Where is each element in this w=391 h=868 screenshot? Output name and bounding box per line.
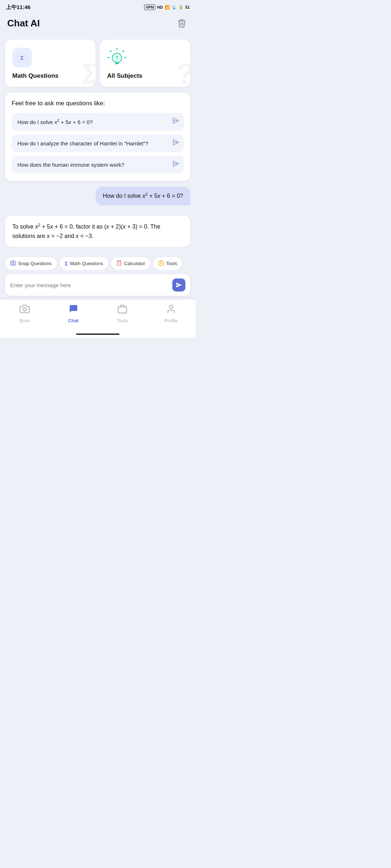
nav-chat[interactable]: Chat bbox=[49, 304, 98, 323]
nav-profile[interactable]: Profile bbox=[147, 304, 196, 323]
suggestion-text-3: How does the human immune system work? bbox=[17, 162, 124, 168]
suggestion-send-icon-1 bbox=[172, 117, 180, 127]
tools-nav-icon bbox=[117, 304, 127, 316]
divider bbox=[5, 33, 190, 36]
chat-nav-label: Chat bbox=[68, 318, 79, 323]
profile-nav-label: Profile bbox=[164, 318, 178, 323]
tools-nav-label: Tools bbox=[117, 318, 127, 323]
suggestion-item-2[interactable]: How do I analyze the character of Hamlet… bbox=[12, 135, 184, 152]
signal-icon: 📶 bbox=[165, 5, 170, 10]
chip-snap-label: Snap Questions bbox=[18, 261, 52, 266]
svg-text:Σ: Σ bbox=[20, 55, 24, 61]
svg-point-32 bbox=[169, 305, 173, 309]
suggestions-box: Feel free to ask me questions like: How … bbox=[5, 93, 190, 181]
wifi-icon: 📡 bbox=[172, 5, 177, 10]
tools-chip-icon bbox=[158, 260, 164, 267]
svg-rect-31 bbox=[118, 307, 126, 313]
svg-rect-10 bbox=[115, 62, 119, 63]
suggestions-title: Feel free to ask me questions like: bbox=[12, 100, 184, 107]
nav-tools[interactable]: Tools bbox=[98, 304, 147, 323]
snap-icon bbox=[10, 260, 16, 267]
math-questions-card[interactable]: Σ Math Questions Σ bbox=[5, 40, 96, 87]
svg-rect-11 bbox=[115, 63, 118, 64]
svg-point-30 bbox=[23, 308, 26, 311]
chip-snap-questions[interactable]: Snap Questions bbox=[5, 257, 57, 270]
suggestion-text-2: How do I analyze the character of Hamlet… bbox=[17, 140, 148, 146]
suggestion-send-icon-3 bbox=[172, 160, 180, 170]
suggestion-text-1: How do I solve x2 + 5x + 6 = 0? bbox=[17, 119, 93, 125]
trash-icon[interactable] bbox=[175, 17, 188, 30]
chip-calculator[interactable]: Calculator bbox=[111, 257, 151, 270]
svg-line-6 bbox=[110, 51, 111, 52]
math-questions-label: Math Questions bbox=[12, 72, 59, 80]
battery-level: 51 bbox=[185, 5, 190, 9]
hd-badge: HD bbox=[157, 5, 163, 9]
send-button[interactable] bbox=[172, 278, 185, 292]
card-bg-subjects: ? bbox=[176, 57, 190, 87]
scan-nav-icon bbox=[20, 304, 30, 316]
chips-row: Snap Questions Σ Math Questions Calculat… bbox=[0, 253, 196, 270]
ai-response-bubble: To solve x2 + 5x + 6 = 0, factor it as (… bbox=[5, 216, 190, 247]
chip-math-questions[interactable]: Σ Math Questions bbox=[60, 257, 108, 270]
home-bar bbox=[76, 333, 119, 335]
battery-icon: 🔋 bbox=[178, 5, 184, 10]
status-bar: 上午11:46 VPN HD 📶 📡 🔋 51 bbox=[0, 0, 196, 13]
user-message-bubble: How do I solve x2 + 5x + 6 = 0? bbox=[96, 187, 190, 205]
ai-response-text: To solve x2 + 5x + 6 = 0, factor it as (… bbox=[12, 224, 160, 239]
message-input[interactable] bbox=[10, 282, 172, 288]
header: Chat AI bbox=[0, 13, 196, 33]
chip-math-icon: Σ bbox=[65, 260, 68, 267]
cards-section: Σ Math Questions Σ ? bbox=[0, 40, 196, 93]
chip-math-label: Math Questions bbox=[70, 261, 103, 266]
bottom-nav: Scan Chat Tools Profile bbox=[0, 299, 196, 331]
subjects-icon-wrap: ? bbox=[107, 48, 127, 67]
profile-nav-icon bbox=[166, 304, 176, 316]
scan-nav-label: Scan bbox=[19, 318, 30, 323]
all-subjects-card[interactable]: ? All Subjects ? bbox=[100, 40, 190, 87]
all-subjects-label: All Subjects bbox=[107, 72, 142, 80]
page-title: Chat AI bbox=[7, 18, 40, 29]
suggestion-item-3[interactable]: How does the human immune system work? bbox=[12, 156, 184, 174]
svg-text:?: ? bbox=[115, 55, 119, 61]
nav-scan[interactable]: Scan bbox=[0, 304, 49, 323]
suggestion-send-icon-2 bbox=[172, 139, 180, 148]
calculator-icon bbox=[116, 260, 122, 267]
svg-line-4 bbox=[123, 51, 124, 52]
math-icon: Σ bbox=[12, 48, 32, 67]
chat-section: How do I solve x2 + 5x + 6 = 0? To solve… bbox=[0, 187, 196, 247]
svg-point-18 bbox=[12, 262, 14, 264]
status-icons: VPN HD 📶 📡 🔋 51 bbox=[144, 4, 190, 10]
chip-tools-label: Tools bbox=[166, 261, 177, 266]
input-bar bbox=[5, 274, 190, 296]
card-bg-math: Σ bbox=[82, 57, 96, 87]
status-time: 上午11:46 bbox=[6, 4, 30, 11]
chip-calculator-label: Calculator bbox=[124, 261, 146, 266]
chat-nav-icon bbox=[68, 304, 79, 316]
home-indicator bbox=[0, 331, 196, 338]
vpn-badge: VPN bbox=[144, 4, 155, 10]
chip-tools[interactable]: Tools bbox=[153, 257, 182, 270]
suggestion-item-1[interactable]: How do I solve x2 + 5x + 6 = 0? bbox=[12, 113, 184, 131]
